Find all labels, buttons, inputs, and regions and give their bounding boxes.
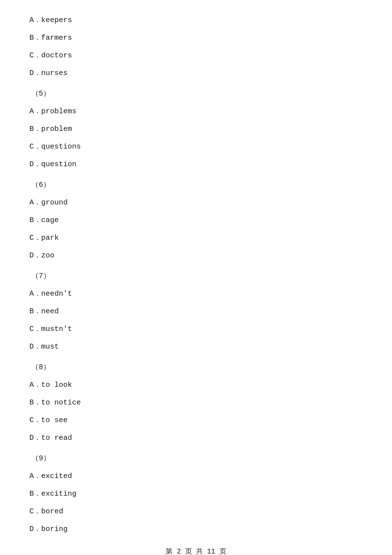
section-number-5: （8） xyxy=(29,362,363,374)
option-3-3: D．must xyxy=(29,341,363,353)
option-4-3: D．to read xyxy=(29,432,363,444)
section-number-2: （5） xyxy=(29,88,363,100)
main-content: A．keepersB．farmersC．doctorsD．nurses（5）A．… xyxy=(0,0,392,555)
section-number-6: （9） xyxy=(29,453,363,465)
option-5-3: D．boring xyxy=(29,524,363,535)
option-4-1: B．to notice xyxy=(29,397,363,409)
option-1-2: C．questions xyxy=(29,141,363,153)
option-5-1: B．exciting xyxy=(29,488,363,500)
option-0-3: D．nurses xyxy=(29,68,363,79)
option-4-2: C．to see xyxy=(29,415,363,427)
option-3-1: B．need xyxy=(29,306,363,318)
section-number-4: （7） xyxy=(29,271,363,282)
option-5-0: A．excited xyxy=(29,471,363,482)
page-footer: 第 2 页 共 11 页 xyxy=(0,547,392,555)
option-3-0: A．needn't xyxy=(29,288,363,300)
option-3-2: C．mustn't xyxy=(29,324,363,335)
option-2-1: B．cage xyxy=(29,215,363,227)
option-4-0: A．to look xyxy=(29,379,363,391)
footer-text: 第 2 页 共 11 页 xyxy=(166,548,226,555)
section-number-3: （6） xyxy=(29,179,363,191)
option-2-2: C．park xyxy=(29,232,363,244)
option-0-2: C．doctors xyxy=(29,50,363,62)
option-0-1: B．farmers xyxy=(29,32,363,44)
option-2-0: A．ground xyxy=(29,197,363,209)
option-5-2: C．bored xyxy=(29,506,363,518)
option-0-0: A．keepers xyxy=(29,15,363,26)
option-1-1: B．problem xyxy=(29,124,363,135)
option-1-0: A．problems xyxy=(29,106,363,118)
option-1-3: D．question xyxy=(29,159,363,171)
option-2-3: D．zoo xyxy=(29,250,363,262)
